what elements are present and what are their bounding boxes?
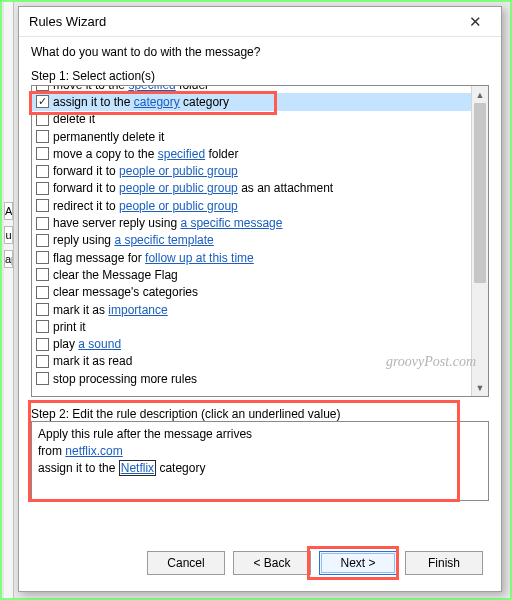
- desc-line-apply: Apply this rule after the message arrive…: [38, 426, 482, 443]
- action-param-link[interactable]: people or public group: [119, 199, 238, 213]
- action-row[interactable]: play a sound: [32, 335, 471, 352]
- action-label: forward it to people or public group: [53, 164, 238, 178]
- action-param-link[interactable]: specified: [128, 86, 175, 92]
- action-row[interactable]: stop processing more rules: [32, 370, 471, 387]
- action-label: flag message for follow up at this time: [53, 251, 254, 265]
- scroll-thumb[interactable]: [474, 103, 486, 283]
- action-label: forward it to people or public group as …: [53, 181, 333, 195]
- action-checkbox[interactable]: [36, 268, 49, 281]
- finish-button[interactable]: Finish: [405, 551, 483, 575]
- action-row[interactable]: reply using a specific template: [32, 232, 471, 249]
- action-row[interactable]: have server reply using a specific messa…: [32, 214, 471, 231]
- action-checkbox[interactable]: [36, 355, 49, 368]
- action-checkbox[interactable]: [36, 217, 49, 230]
- desc-line-assign: assign it to the Netflix category: [38, 460, 482, 477]
- action-row[interactable]: move a copy to the specified folder: [32, 145, 471, 162]
- action-checkbox[interactable]: [36, 234, 49, 247]
- category-value-link[interactable]: Netflix: [119, 460, 156, 476]
- backdrop-sidestrip: Aluap: [4, 2, 14, 598]
- action-row[interactable]: print it: [32, 318, 471, 335]
- action-row[interactable]: forward it to people or public group: [32, 162, 471, 179]
- action-label: assign it to the category category: [53, 95, 229, 109]
- action-label: redirect it to people or public group: [53, 199, 238, 213]
- action-row[interactable]: delete it: [32, 111, 471, 128]
- action-checkbox[interactable]: [36, 199, 49, 212]
- from-value-link[interactable]: netflix.com: [65, 444, 122, 458]
- step2-label: Step 2: Edit the rule description (click…: [31, 407, 489, 421]
- prompt-text: What do you want to do with the message?: [31, 45, 489, 59]
- dialog-title: Rules Wizard: [29, 14, 455, 29]
- action-row[interactable]: forward it to people or public group as …: [32, 180, 471, 197]
- action-label: reply using a specific template: [53, 233, 214, 247]
- action-label: clear message's categories: [53, 285, 198, 299]
- action-label: mark it as importance: [53, 303, 168, 317]
- action-checkbox[interactable]: ✓: [36, 95, 49, 108]
- action-label: play a sound: [53, 337, 121, 351]
- actions-scroll-area[interactable]: move it to the specified folder✓assign i…: [32, 86, 471, 396]
- action-label: print it: [53, 320, 86, 334]
- action-label: move it to the specified folder: [53, 86, 209, 92]
- actions-listbox: move it to the specified folder✓assign i…: [31, 85, 489, 397]
- desc-line-from: from netflix.com: [38, 443, 482, 460]
- action-checkbox[interactable]: [36, 320, 49, 333]
- action-row[interactable]: mark it as importance: [32, 301, 471, 318]
- action-label: move a copy to the specified folder: [53, 147, 238, 161]
- action-label: permanently delete it: [53, 130, 164, 144]
- action-checkbox[interactable]: [36, 251, 49, 264]
- action-checkbox[interactable]: [36, 165, 49, 178]
- action-param-link[interactable]: category: [134, 95, 180, 109]
- action-checkbox[interactable]: [36, 130, 49, 143]
- action-param-link[interactable]: people or public group: [119, 181, 238, 195]
- action-row[interactable]: mark it as read: [32, 353, 471, 370]
- action-checkbox[interactable]: [36, 338, 49, 351]
- action-label: delete it: [53, 112, 95, 126]
- action-param-link[interactable]: follow up at this time: [145, 251, 254, 265]
- action-checkbox[interactable]: [36, 372, 49, 385]
- action-param-link[interactable]: specified: [158, 147, 205, 161]
- action-row[interactable]: redirect it to people or public group: [32, 197, 471, 214]
- rules-wizard-dialog: Rules Wizard ✕ What do you want to do wi…: [18, 6, 502, 592]
- action-label: stop processing more rules: [53, 372, 197, 386]
- action-label: mark it as read: [53, 354, 132, 368]
- action-param-link[interactable]: a specific message: [180, 216, 282, 230]
- step1-label: Step 1: Select action(s): [31, 69, 489, 83]
- scroll-up-arrow-icon[interactable]: ▲: [472, 86, 488, 103]
- action-row[interactable]: ✓assign it to the category category: [32, 93, 471, 110]
- action-checkbox[interactable]: [36, 286, 49, 299]
- action-param-link[interactable]: importance: [108, 303, 167, 317]
- action-row[interactable]: move it to the specified folder: [32, 86, 471, 93]
- close-icon: ✕: [469, 13, 482, 31]
- scroll-down-arrow-icon[interactable]: ▼: [472, 379, 488, 396]
- cancel-button[interactable]: Cancel: [147, 551, 225, 575]
- action-checkbox[interactable]: [36, 303, 49, 316]
- action-label: clear the Message Flag: [53, 268, 178, 282]
- action-checkbox[interactable]: [36, 147, 49, 160]
- back-button[interactable]: < Back: [233, 551, 311, 575]
- vertical-scrollbar[interactable]: ▲ ▼: [471, 86, 488, 396]
- close-button[interactable]: ✕: [455, 9, 495, 35]
- action-row[interactable]: flag message for follow up at this time: [32, 249, 471, 266]
- action-param-link[interactable]: people or public group: [119, 164, 238, 178]
- action-checkbox[interactable]: [36, 86, 49, 91]
- action-param-link[interactable]: a specific template: [114, 233, 213, 247]
- action-row[interactable]: clear message's categories: [32, 284, 471, 301]
- next-button[interactable]: Next >: [319, 551, 397, 575]
- action-row[interactable]: clear the Message Flag: [32, 266, 471, 283]
- rule-description-box: Apply this rule after the message arrive…: [31, 421, 489, 501]
- action-param-link[interactable]: a sound: [78, 337, 121, 351]
- scroll-track[interactable]: [472, 103, 488, 379]
- action-checkbox[interactable]: [36, 113, 49, 126]
- button-bar: Cancel < Back Next > Finish: [31, 539, 489, 585]
- dialog-body: What do you want to do with the message?…: [19, 37, 501, 591]
- action-row[interactable]: permanently delete it: [32, 128, 471, 145]
- titlebar: Rules Wizard ✕: [19, 7, 501, 37]
- action-label: have server reply using a specific messa…: [53, 216, 282, 230]
- action-checkbox[interactable]: [36, 182, 49, 195]
